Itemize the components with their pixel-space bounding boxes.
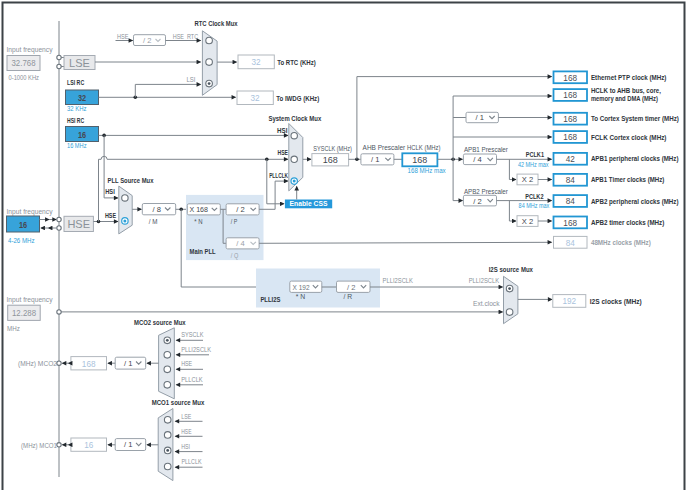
svg-text:42 MHz max: 42 MHz max [518, 161, 549, 168]
svg-text:(MHz) MCO2: (MHz) MCO2 [18, 360, 57, 368]
svg-text:APB1 Timer clocks (MHz): APB1 Timer clocks (MHz) [591, 176, 664, 184]
svg-text:HSE: HSE [278, 149, 289, 156]
svg-text:* N: * N [194, 218, 202, 225]
svg-text:(MHz) MCO1: (MHz) MCO1 [21, 442, 57, 450]
svg-text:PLLI2SCLK: PLLI2SCLK [383, 277, 414, 284]
svg-text:/ 2: / 2 [143, 36, 151, 45]
svg-text:HSI: HSI [105, 188, 115, 195]
svg-text:192: 192 [562, 297, 576, 306]
svg-text:MCO1 source Mux: MCO1 source Mux [152, 399, 205, 406]
svg-text:HSI: HSI [277, 127, 287, 134]
svg-text:Main PLL: Main PLL [190, 248, 216, 255]
svg-text:APB2 timer clocks (MHz): APB2 timer clocks (MHz) [591, 219, 664, 227]
svg-text:/ Q: / Q [231, 251, 239, 260]
svg-text:/ 2: / 2 [473, 197, 481, 206]
svg-text:168 MHz max: 168 MHz max [408, 167, 447, 174]
svg-text:HSE_RTC: HSE_RTC [173, 33, 199, 41]
svg-text:84 MHz max: 84 MHz max [519, 202, 550, 209]
svg-text:PLLI2SCLK: PLLI2SCLK [469, 277, 500, 284]
svg-text:HSE: HSE [181, 428, 192, 435]
svg-text:16: 16 [19, 220, 27, 230]
svg-text:I2S source Mux: I2S source Mux [489, 266, 533, 273]
svg-text:APB1 peripheral clocks (MHz): APB1 peripheral clocks (MHz) [591, 155, 679, 163]
svg-text:84: 84 [566, 176, 576, 185]
svg-text:PCLK2: PCLK2 [525, 193, 543, 200]
svg-text:Input frequency: Input frequency [7, 296, 54, 304]
svg-text:84: 84 [566, 197, 576, 206]
svg-text:16: 16 [78, 130, 86, 140]
svg-text:/ P: / P [231, 218, 238, 225]
svg-text:System Clock Mux: System Clock Mux [269, 115, 322, 123]
svg-text:16: 16 [84, 441, 94, 450]
svg-text:/ 1: / 1 [476, 113, 484, 122]
svg-text:APB1 Prescaler: APB1 Prescaler [464, 146, 509, 153]
svg-text:16 MHz: 16 MHz [67, 142, 87, 149]
svg-text:HCLK (MHz): HCLK (MHz) [407, 144, 441, 152]
svg-text:/ 2: / 2 [347, 283, 355, 292]
svg-text:Enable CSS: Enable CSS [290, 200, 328, 207]
svg-text:To IWDG (KHz): To IWDG (KHz) [276, 95, 319, 103]
svg-text:32 KHz: 32 KHz [67, 105, 87, 112]
svg-text:PCLK1: PCLK1 [526, 151, 544, 158]
svg-text:To Cortex System timer (MHz): To Cortex System timer (MHz) [591, 115, 679, 123]
svg-text:PLL Source Mux: PLL Source Mux [108, 177, 154, 184]
svg-text:HSE: HSE [181, 360, 192, 367]
svg-text:Input frequency: Input frequency [7, 208, 54, 216]
svg-text:/ 1: / 1 [124, 440, 132, 449]
svg-text:HSE: HSE [105, 212, 116, 219]
svg-text:32: 32 [78, 93, 86, 103]
svg-text:APB2 peripheral clocks (MHz): APB2 peripheral clocks (MHz) [591, 198, 679, 206]
svg-text:LSI: LSI [187, 76, 196, 83]
svg-text:MHz: MHz [7, 325, 20, 332]
svg-text:/ 2: / 2 [236, 205, 244, 214]
svg-text:memory and DMA (MHz): memory and DMA (MHz) [591, 95, 658, 103]
svg-text:SYSCLK (MHz): SYSCLK (MHz) [313, 145, 352, 153]
svg-text:HSE: HSE [117, 33, 129, 40]
svg-text:/ 4: / 4 [236, 239, 244, 248]
svg-text:HSI RC: HSI RC [67, 117, 84, 124]
svg-text:168: 168 [563, 219, 577, 228]
svg-text:HCLK to AHB bus, core,: HCLK to AHB bus, core, [591, 87, 661, 95]
svg-text:48MHz clocks (MHz): 48MHz clocks (MHz) [591, 239, 651, 247]
svg-text:168: 168 [563, 74, 577, 83]
svg-text:168: 168 [563, 115, 577, 124]
svg-text:168: 168 [563, 133, 577, 142]
svg-text:/ M: / M [149, 218, 158, 225]
svg-text:AHB Prescaler: AHB Prescaler [363, 144, 406, 151]
svg-text:To RTC (KHz): To RTC (KHz) [277, 59, 316, 67]
svg-text:12.288: 12.288 [12, 308, 36, 318]
svg-text:HSE: HSE [67, 218, 90, 230]
svg-text:Ext.clock: Ext.clock [473, 300, 500, 307]
svg-text:LSE: LSE [181, 413, 191, 420]
svg-text:168: 168 [412, 155, 427, 165]
svg-text:FCLK Cortex clock (MHz): FCLK Cortex clock (MHz) [591, 134, 667, 142]
svg-text:/ R: / R [344, 293, 353, 300]
svg-text:LSE: LSE [69, 57, 90, 69]
svg-text:X 192: X 192 [293, 283, 310, 292]
svg-text:LSI RC: LSI RC [67, 79, 84, 86]
svg-text:168: 168 [82, 360, 96, 369]
svg-text:/ 8: / 8 [153, 205, 161, 214]
svg-text:32: 32 [250, 94, 260, 103]
svg-text:X 2: X 2 [522, 217, 533, 226]
svg-text:42: 42 [566, 155, 576, 164]
svg-text:32: 32 [251, 58, 261, 67]
svg-text:RTC Clock Mux: RTC Clock Mux [195, 20, 238, 27]
svg-text:/ 1: / 1 [371, 155, 379, 164]
svg-text:Input frequency: Input frequency [7, 46, 54, 54]
svg-text:PLLCLK: PLLCLK [269, 172, 288, 179]
svg-text:PLLCLK: PLLCLK [181, 376, 203, 383]
svg-text:PLLI2SCLK: PLLI2SCLK [181, 346, 211, 353]
svg-text:* N: * N [296, 293, 306, 300]
svg-text:/ 1: / 1 [124, 359, 132, 368]
svg-text:168: 168 [563, 91, 577, 100]
svg-text:X 2: X 2 [522, 175, 533, 184]
svg-text:32.768: 32.768 [12, 58, 36, 68]
svg-text:SYSCLK: SYSCLK [181, 331, 204, 338]
svg-text:PLLI2S: PLLI2S [260, 296, 280, 303]
svg-text:PLLCLK: PLLCLK [181, 458, 202, 465]
svg-text:84: 84 [566, 239, 576, 248]
svg-text:Ethernet PTP clock (MHz): Ethernet PTP clock (MHz) [591, 74, 667, 82]
svg-text:168: 168 [323, 155, 338, 165]
svg-text:I2S clocks (MHz): I2S clocks (MHz) [590, 298, 642, 306]
